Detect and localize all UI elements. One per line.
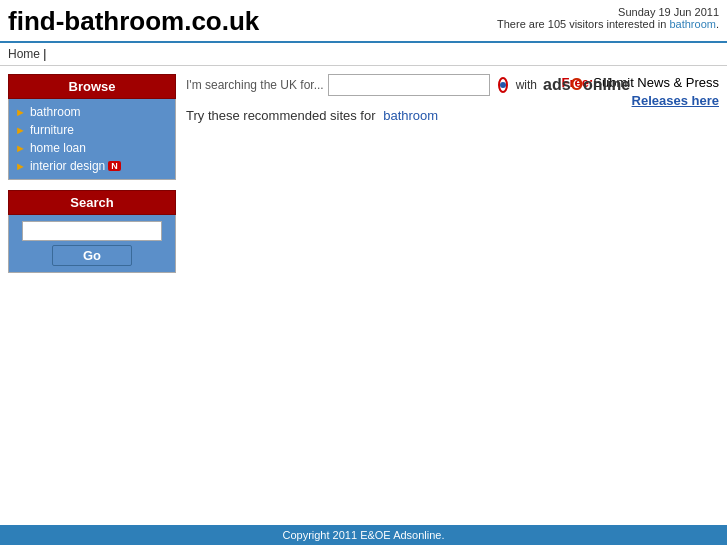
home-link[interactable]: Home [8,47,40,61]
recommended-prefix: Try these recommended sites for [186,108,376,123]
radio-button-icon[interactable] [498,77,508,93]
sidebar-label-home-loan: home loan [30,141,86,155]
search-bar: I'm searching the UK for... with adsOonl… [186,74,562,96]
new-badge-interior-design: N [108,161,121,171]
site-header: find-bathroom.co.uk Sunday 19 Jun 2011 T… [0,0,727,43]
arrow-icon-bathroom: ► [15,106,26,118]
adsonline-logo: adsOonline [543,76,630,94]
search-title: Search [8,190,176,215]
header-visitors: There are 105 visitors interested in bat… [497,18,719,30]
footer-copyright: Copyright 2011 E&OE Adsonline. [282,529,444,541]
arrow-icon-interior-design: ► [15,160,26,172]
arrow-icon-home-loan: ► [15,142,26,154]
header-date: Sunday 19 Jun 2011 [497,6,719,18]
sidebar-label-bathroom: bathroom [30,105,81,119]
nav-bar: Home | [0,43,727,66]
footer: Copyright 2011 E&OE Adsonline. [0,525,727,545]
press-here-link[interactable]: Releases here [632,93,719,108]
header-right: Sunday 19 Jun 2011 There are 105 visitor… [497,6,719,30]
visitors-link[interactable]: bathroom [669,18,715,30]
press-line2: Releases here [562,92,720,110]
sidebar-search-input[interactable] [22,221,162,241]
visitors-text: There are 105 visitors interested in [497,18,666,30]
browse-items: ► bathroom ► furniture ► home loan ► int… [8,99,176,180]
radio-inner [500,82,506,88]
ads-text: ads [543,76,571,93]
with-label: with [516,78,537,92]
sidebar: Browse ► bathroom ► furniture ► home loa… [8,74,176,273]
sidebar-search-box: Go [8,215,176,273]
nav-separator: | [43,47,46,61]
sidebar-item-furniture[interactable]: ► furniture [9,121,175,139]
browse-title: Browse [8,74,176,99]
sidebar-label-interior-design: interior design [30,159,105,173]
arrow-icon-furniture: ► [15,124,26,136]
sidebar-item-interior-design[interactable]: ► interior design N [9,157,175,175]
ads-o: O [571,76,583,93]
sidebar-item-bathroom[interactable]: ► bathroom [9,103,175,121]
site-title: find-bathroom.co.uk [8,6,259,37]
content-area: Free:Submit News & Press Releases here I… [186,74,719,273]
online-text: online [583,76,630,93]
main-content: Browse ► bathroom ► furniture ► home loa… [0,66,727,281]
search-bar-label: I'm searching the UK for... [186,78,324,92]
sidebar-label-furniture: furniture [30,123,74,137]
visitors-period: . [716,18,719,30]
recommended-keyword-link[interactable]: bathroom [383,108,438,123]
main-search-input[interactable] [328,74,490,96]
sidebar-item-home-loan[interactable]: ► home loan [9,139,175,157]
sidebar-go-button[interactable]: Go [52,245,132,266]
